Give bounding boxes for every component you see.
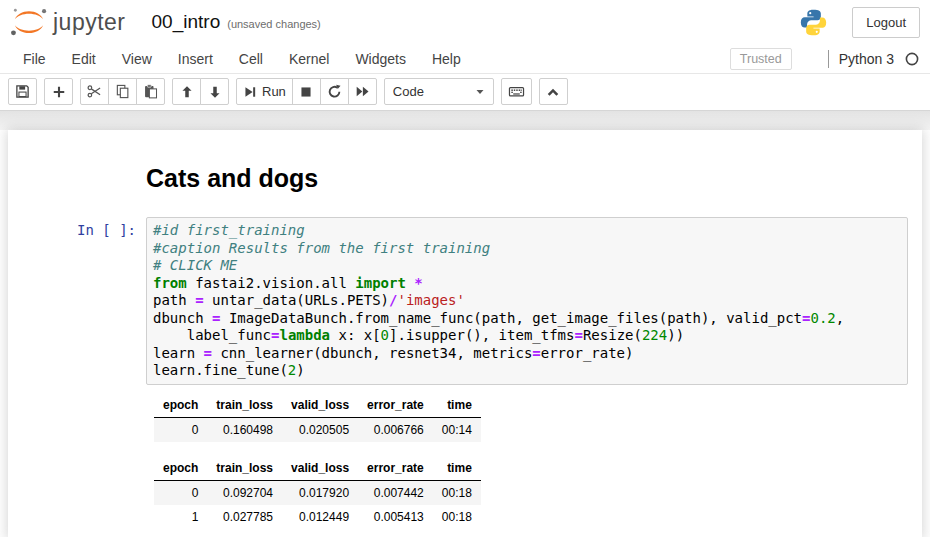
python-logo-icon: [799, 8, 828, 37]
menu-item-file[interactable]: File: [10, 44, 59, 73]
table-cell: 00:18: [433, 480, 481, 505]
table-row: 00.0927040.0179200.00744200:18: [154, 480, 481, 505]
copy-icon: [115, 84, 130, 99]
table-header-cell: time: [433, 393, 481, 418]
menu-item-widgets[interactable]: Widgets: [342, 44, 419, 73]
jupyter-app: jupyter 00_intro (unsaved changes) Logou…: [0, 0, 930, 537]
kernel-idle-icon: [904, 51, 920, 67]
restart-run-all-button[interactable]: [348, 78, 377, 105]
autosave-status: (unsaved changes): [227, 18, 321, 30]
table-header-cell: valid_loss: [282, 393, 358, 418]
code-line: #caption Results from the first training: [153, 240, 901, 258]
menu-item-insert[interactable]: Insert: [165, 44, 226, 73]
table-header-cell: error_rate: [358, 456, 433, 481]
table-cell: 0.012449: [282, 505, 358, 529]
toolbar: Run Code: [0, 74, 930, 110]
kernel-name: Python 3: [839, 51, 894, 67]
table-cell: 0: [154, 417, 207, 442]
interrupt-kernel-button[interactable]: [292, 78, 321, 105]
table-header-cell: train_loss: [207, 393, 282, 418]
cell-type-select[interactable]: Code: [384, 78, 494, 105]
collapse-header-button[interactable]: [539, 78, 568, 105]
table-header-cell: valid_loss: [282, 456, 358, 481]
notebook-title[interactable]: 00_intro: [152, 11, 221, 33]
table-cell: 0.017920: [282, 480, 358, 505]
command-palette-button[interactable]: [501, 78, 532, 105]
title-box: 00_intro (unsaved changes): [152, 11, 321, 33]
paste-button[interactable]: [136, 78, 165, 105]
table-cell: 0.092704: [207, 480, 282, 505]
divider: [828, 50, 829, 68]
menu-item-view[interactable]: View: [109, 44, 165, 73]
code-content: #id first_training#caption Results from …: [153, 222, 901, 380]
notebook-container: Cats and dogs In [ ]: #id first_training…: [8, 130, 922, 537]
fast-forward-icon: [355, 84, 370, 99]
trusted-badge[interactable]: Trusted: [730, 48, 792, 70]
code-line: learn.fine_tune(2): [153, 362, 901, 380]
output-area: epochtrain_lossvalid_losserror_ratetime0…: [154, 385, 922, 529]
jupyter-logo[interactable]: jupyter: [8, 6, 126, 38]
arrow-up-icon: [180, 85, 194, 99]
save-button[interactable]: [8, 78, 37, 105]
cut-button[interactable]: [80, 78, 109, 105]
table-header-cell: epoch: [154, 393, 207, 418]
menu-list: FileEditViewInsertCellKernelWidgetsHelp: [10, 44, 474, 73]
code-line: path = untar_data(URLs.PETS)/'images': [153, 292, 901, 310]
move-cell-up-button[interactable]: [172, 78, 201, 105]
code-line: from fastai2.vision.all import *: [153, 275, 901, 293]
table-header-cell: error_rate: [358, 393, 433, 418]
table-cell: 0: [154, 480, 207, 505]
keyboard-icon: [508, 84, 525, 99]
menubar: FileEditViewInsertCellKernelWidgetsHelp …: [0, 44, 930, 74]
markdown-cell[interactable]: Cats and dogs: [8, 160, 922, 217]
run-button[interactable]: Run: [236, 78, 293, 105]
table-cell: 0.027785: [207, 505, 282, 529]
paste-icon: [143, 84, 158, 99]
training-results-table: epochtrain_lossvalid_losserror_ratetime0…: [154, 393, 481, 442]
scissors-icon: [87, 84, 102, 99]
table-cell: 1: [154, 505, 207, 529]
header: jupyter 00_intro (unsaved changes) Logou…: [0, 0, 930, 44]
menu-item-edit[interactable]: Edit: [59, 44, 109, 73]
table-header-cell: time: [433, 456, 481, 481]
chevron-up-icon: [546, 85, 560, 99]
move-cell-down-button[interactable]: [200, 78, 229, 105]
step-forward-icon: [243, 85, 257, 99]
plus-icon: [52, 85, 66, 99]
table-header-cell: epoch: [154, 456, 207, 481]
menu-item-kernel[interactable]: Kernel: [276, 44, 342, 73]
code-line: dbunch = ImageDataBunch.from_name_func(p…: [153, 310, 901, 328]
arrow-down-icon: [208, 85, 222, 99]
menu-item-cell[interactable]: Cell: [226, 44, 276, 73]
input-prompt: In [ ]:: [8, 217, 146, 385]
caret-down-icon: [475, 87, 485, 97]
menubar-right: Trusted Python 3: [730, 44, 920, 73]
restart-kernel-button[interactable]: [320, 78, 349, 105]
table-cell: 0.020505: [282, 417, 358, 442]
run-button-label: Run: [262, 84, 286, 99]
table-row: 00.1604980.0205050.00676600:14: [154, 417, 481, 442]
code-line: # CLICK ME: [153, 257, 901, 275]
table-header-cell: train_loss: [207, 456, 282, 481]
copy-button[interactable]: [108, 78, 137, 105]
table-cell: 00:14: [433, 417, 481, 442]
add-cell-button[interactable]: [44, 78, 73, 105]
code-editor[interactable]: #id first_training#caption Results from …: [146, 217, 908, 385]
restart-icon: [327, 84, 342, 99]
cell-type-value: Code: [393, 84, 424, 99]
app-name: jupyter: [53, 9, 126, 36]
table-cell: 0.160498: [207, 417, 282, 442]
save-icon: [15, 84, 30, 99]
table-cell: 0.006766: [358, 417, 433, 442]
logout-button[interactable]: Logout: [852, 7, 920, 38]
jupyter-logo-icon: [8, 6, 50, 38]
code-cell[interactable]: In [ ]: #id first_training#caption Resul…: [8, 217, 922, 385]
table-cell: 00:18: [433, 505, 481, 529]
header-shadow-band: [0, 110, 930, 130]
training-results-table: epochtrain_lossvalid_losserror_ratetime0…: [154, 456, 481, 529]
table-row: 10.0277850.0124490.00541300:18: [154, 505, 481, 529]
stop-icon: [299, 85, 313, 99]
menu-item-help[interactable]: Help: [419, 44, 474, 73]
table-cell: 0.007442: [358, 480, 433, 505]
code-line: learn = cnn_learner(dbunch, resnet34, me…: [153, 345, 901, 363]
